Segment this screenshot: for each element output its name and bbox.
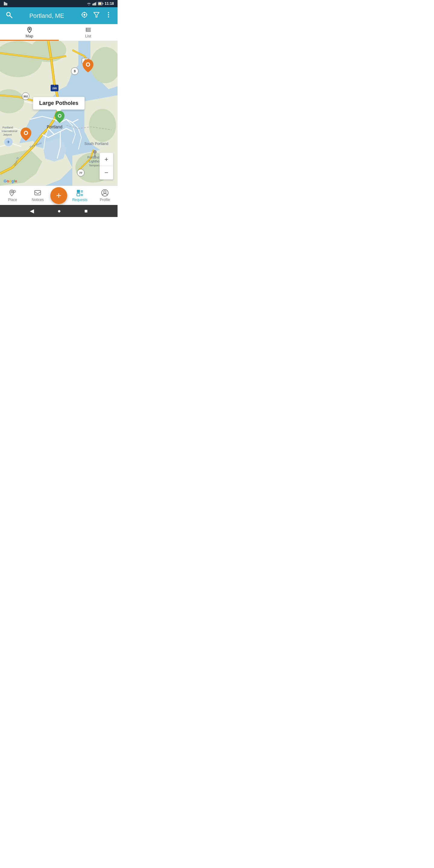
tooltip-text: Large Potholes xyxy=(39,100,79,106)
svg-text:9: 9 xyxy=(74,70,76,73)
svg-point-78 xyxy=(25,132,27,134)
svg-rect-6 xyxy=(96,2,97,5)
tab-list-label: List xyxy=(85,34,91,38)
nav-add-button[interactable]: + xyxy=(50,187,67,204)
status-bar-left xyxy=(4,1,8,6)
nav-notices[interactable]: Notices xyxy=(25,189,51,202)
status-time: 11:18 xyxy=(104,1,114,6)
svg-point-14 xyxy=(84,14,85,16)
android-back-button[interactable]: ◀ xyxy=(30,208,34,214)
tab-map[interactable]: Map xyxy=(0,24,59,41)
svg-text:I: I xyxy=(54,84,55,87)
map-marker-orange-bottom[interactable] xyxy=(21,127,31,142)
svg-text:Portland: Portland xyxy=(2,126,13,129)
bottom-nav: Place Notices + Requests Profile xyxy=(0,186,118,205)
nav-requests[interactable]: Requests xyxy=(67,189,93,202)
app-bar: Portland, ME xyxy=(0,7,118,24)
map-container[interactable]: 295 I 9 1 302 77 BACK COVE Portland Sout… xyxy=(0,41,118,186)
svg-point-20 xyxy=(108,12,109,13)
nav-place[interactable]: Place xyxy=(0,189,25,202)
svg-point-79 xyxy=(11,191,13,193)
android-home-button[interactable]: ● xyxy=(58,208,61,214)
filter-icon[interactable] xyxy=(92,11,101,20)
tab-list[interactable]: List xyxy=(59,24,118,41)
svg-rect-81 xyxy=(35,190,41,195)
tab-map-label: Map xyxy=(26,34,33,38)
zoom-out-button[interactable]: − xyxy=(100,166,113,179)
svg-rect-29 xyxy=(86,29,87,30)
svg-text:✈: ✈ xyxy=(7,140,10,144)
svg-point-65 xyxy=(93,150,96,153)
svg-rect-30 xyxy=(86,30,87,31)
map-tooltip: Large Potholes xyxy=(33,97,85,110)
nav-notices-label: Notices xyxy=(32,198,44,202)
svg-text:302: 302 xyxy=(23,95,28,98)
nav-requests-label: Requests xyxy=(72,198,87,202)
tab-bar: Map List xyxy=(0,24,118,41)
nav-place-label: Place xyxy=(8,198,17,202)
android-nav-bar: ◀ ● ■ xyxy=(0,205,118,217)
svg-rect-83 xyxy=(77,193,80,196)
search-icon[interactable] xyxy=(5,11,13,20)
svg-rect-28 xyxy=(86,28,87,29)
svg-point-40 xyxy=(89,109,116,142)
location-icon[interactable] xyxy=(80,11,89,20)
svg-rect-5 xyxy=(95,2,96,5)
app-bar-title: Portland, ME xyxy=(17,12,76,19)
nav-add-icon: + xyxy=(56,190,61,201)
svg-point-22 xyxy=(108,16,109,18)
svg-line-12 xyxy=(10,16,12,18)
zoom-controls: + − xyxy=(99,153,113,180)
more-options-icon[interactable] xyxy=(104,11,113,20)
map-marker-green-center[interactable] xyxy=(55,111,64,124)
svg-rect-1 xyxy=(5,2,6,5)
svg-rect-4 xyxy=(94,3,95,5)
svg-rect-82 xyxy=(77,190,80,193)
svg-text:Jetport: Jetport xyxy=(3,133,12,136)
svg-text:⚡: ⚡ xyxy=(98,2,101,5)
svg-rect-3 xyxy=(93,4,93,5)
svg-text:International: International xyxy=(1,129,17,133)
svg-text:295: 295 xyxy=(52,87,57,90)
status-bar: ⚡ 11:18 xyxy=(0,0,118,7)
svg-text:South Portland: South Portland xyxy=(84,142,108,146)
svg-text:Portland: Portland xyxy=(47,124,62,129)
android-recent-button[interactable]: ■ xyxy=(84,208,88,214)
svg-rect-2 xyxy=(6,3,7,5)
nav-profile[interactable]: Profile xyxy=(93,189,118,202)
google-logo: Google xyxy=(4,179,17,183)
svg-point-89 xyxy=(104,191,106,193)
svg-text:77: 77 xyxy=(79,172,82,175)
svg-marker-19 xyxy=(94,12,99,17)
map-marker-orange-top[interactable] xyxy=(83,59,93,73)
svg-point-21 xyxy=(108,14,109,16)
nav-profile-label: Profile xyxy=(100,198,110,202)
svg-point-23 xyxy=(29,28,30,30)
svg-point-74 xyxy=(87,63,89,66)
svg-rect-9 xyxy=(103,3,103,4)
status-bar-right: ⚡ 11:18 xyxy=(87,1,114,6)
svg-point-76 xyxy=(59,115,61,117)
svg-rect-0 xyxy=(4,2,5,5)
zoom-in-button[interactable]: + xyxy=(100,153,113,166)
